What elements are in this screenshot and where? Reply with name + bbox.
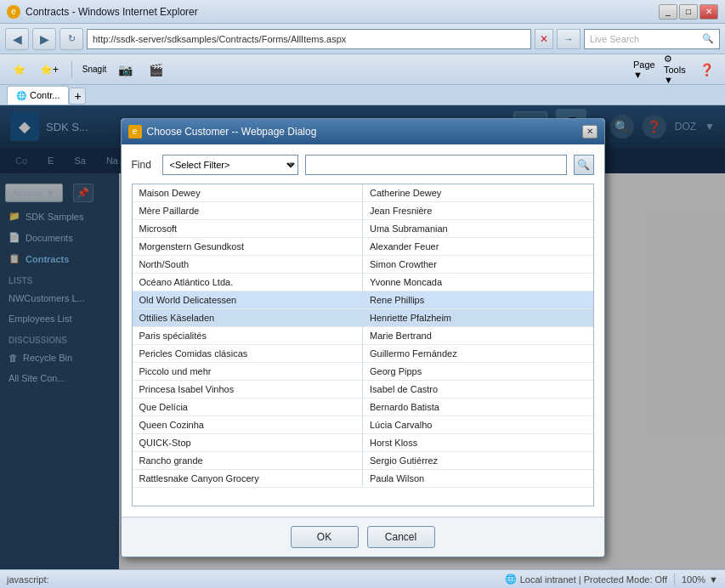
customer-row[interactable]: Piccolo und mehrGeorg Pipps [133, 363, 593, 381]
customer-row[interactable]: Pericles Comidas clásicasGuillermo Ferná… [133, 345, 593, 363]
customer-contact-cell: Uma Subramanian [363, 220, 593, 237]
browser-title: Contracts - Windows Internet Explorer [25, 6, 654, 18]
zoom-arrow: ▼ [709, 574, 718, 585]
customer-company-cell: Océano Atlántico Ltda. [133, 274, 364, 291]
customer-contact-cell: Georg Pipps [363, 363, 593, 380]
customer-company-cell: QUICK-Stop [133, 434, 364, 451]
choose-customer-dialog: e Choose Customer -- Webpage Dialog ✕ Fi… [121, 118, 605, 557]
customer-contact-cell: Bernardo Batista [363, 399, 593, 416]
tab-bar: 🌐 Contr... + [0, 85, 725, 105]
window-controls: _ □ ✕ [659, 4, 718, 20]
customer-company-cell: Pericles Comidas clásicas [133, 345, 364, 362]
customer-company-cell: Queen Cozinha [133, 416, 364, 433]
search-placeholder: Live Search [590, 34, 639, 44]
customer-row[interactable]: Que DelíciaBernardo Batista [133, 399, 593, 416]
browser-toolbar: ⭐ ⭐+ Snagit 📷 🎬 Page ▼ ⚙ Tools ▼ ❓ [0, 54, 725, 85]
browser-titlebar: e Contracts - Windows Internet Explorer … [0, 0, 725, 24]
customer-row[interactable]: Rattlesnake Canyon GroceryPaula Wilson [133, 470, 593, 488]
zone-text: Local intranet | Protected Mode: Off [520, 574, 667, 585]
toolbar-divider [71, 61, 72, 78]
forward-button[interactable]: ▶ [32, 28, 56, 50]
status-divider [674, 574, 675, 585]
minimize-button[interactable]: _ [659, 4, 677, 20]
active-tab[interactable]: 🌐 Contr... [7, 86, 69, 105]
customer-row[interactable]: North/SouthSimon Crowther [133, 256, 593, 274]
customer-contact-cell: Simon Crowther [363, 256, 593, 273]
tab-icon: 🌐 [16, 91, 26, 100]
customer-contact-cell: Marie Bertrand [363, 327, 593, 344]
customer-contact-cell: Catherine Dewey [363, 184, 593, 201]
page-button[interactable]: Page ▼ [633, 58, 657, 82]
status-zone: 🌐 Local intranet | Protected Mode: Off 1… [505, 574, 718, 585]
customer-company-cell: Ottilies Käseladen [133, 309, 364, 326]
back-button[interactable]: ◀ [5, 28, 29, 50]
filter-select[interactable]: <Select Filter> [162, 155, 298, 175]
restore-button[interactable]: □ [679, 4, 698, 20]
customer-company-cell: Maison Dewey [133, 184, 364, 201]
ie-icon: e [7, 5, 20, 19]
snagit-icon2[interactable]: 📷 [113, 58, 137, 82]
browser-navbar: ◀ ▶ ↻ http://ssdk-server/sdksamples/Cont… [0, 24, 725, 54]
browser-statusbar: javascript: 🌐 Local intranet | Protected… [0, 569, 725, 588]
customer-contact-cell: Jean Fresnière [363, 202, 593, 219]
cancel-button[interactable]: Cancel [367, 526, 435, 548]
customer-row[interactable]: MicrosoftUma Subramanian [133, 220, 593, 238]
new-tab-button[interactable]: + [69, 88, 86, 105]
dialog-body: Find <Select Filter> ▼ 🔍 [122, 144, 604, 517]
snagit-button[interactable]: Snagit [82, 58, 106, 82]
customer-company-cell: Piccolo und mehr [133, 363, 364, 380]
customer-company-cell: Rattlesnake Canyon Grocery [133, 470, 364, 487]
customer-company-cell: Rancho grande [133, 452, 364, 469]
dialog-titlebar: e Choose Customer -- Webpage Dialog ✕ [122, 119, 604, 144]
find-input[interactable] [305, 155, 567, 175]
favorites-button[interactable]: ⭐ [7, 58, 31, 82]
customer-row[interactable]: Paris spécialitésMarie Bertrand [133, 327, 593, 345]
customer-company-cell: Princesa Isabel Vinhos [133, 381, 364, 398]
find-search-icon: 🔍 [577, 159, 590, 171]
go-button[interactable]: → [557, 29, 581, 49]
tools-button[interactable]: ⚙ Tools ▼ [664, 58, 688, 82]
customer-company-cell: Old World Delicatessen [133, 291, 364, 308]
snagit-icon3[interactable]: 🎬 [144, 58, 167, 82]
customer-row[interactable]: Ottilies KäseladenHenriette Pfalzheim [133, 309, 593, 327]
customer-contact-cell: Rene Phillips [363, 291, 593, 308]
customer-contact-cell: Sergio Gutiérrez [363, 452, 593, 469]
customer-contact-cell: Yvonne Moncada [363, 274, 593, 291]
browser-content: ◆ SDK S... ◀ It 🏷 Tags & Notes 🔍 [0, 105, 725, 569]
ok-button[interactable]: OK [291, 526, 359, 548]
search-bar[interactable]: Live Search 🔍 [584, 29, 720, 49]
customer-row[interactable]: Princesa Isabel VinhosIsabel de Castro [133, 381, 593, 399]
customer-contact-cell: Alexander Feuer [363, 238, 593, 255]
add-favorites-button[interactable]: ⭐+ [37, 58, 61, 82]
zoom-text: 100% [682, 574, 705, 585]
customer-contact-cell: Paula Wilson [363, 470, 593, 487]
tab-label: Contr... [30, 90, 59, 100]
customer-company-cell: Morgenstern Gesundkost [133, 238, 364, 255]
close-button[interactable]: ✕ [700, 4, 718, 20]
customer-contact-cell: Lúcia Carvalho [363, 416, 593, 433]
customer-company-cell: Microsoft [133, 220, 364, 237]
dialog-footer: OK Cancel [122, 517, 604, 557]
customer-list[interactable]: Maison DeweyCatherine DeweyMère Paillard… [132, 184, 594, 506]
help-button[interactable]: ❓ [694, 58, 718, 82]
customer-row[interactable]: QUICK-StopHorst Kloss [133, 434, 593, 452]
dialog-icon: e [128, 125, 142, 139]
stop-button[interactable]: ✕ [535, 29, 553, 49]
dialog-overlay: e Choose Customer -- Webpage Dialog ✕ Fi… [0, 105, 725, 569]
customer-row[interactable]: Old World DelicatessenRene Phillips [133, 291, 593, 309]
filter-select-wrapper: <Select Filter> ▼ [162, 155, 298, 175]
customer-company-cell: North/South [133, 256, 364, 273]
dialog-title: Choose Customer -- Webpage Dialog [147, 126, 582, 138]
customer-row[interactable]: Mère PaillardeJean Fresnière [133, 202, 593, 220]
customer-row[interactable]: Rancho grandeSergio Gutiérrez [133, 452, 593, 470]
customer-row[interactable]: Océano Atlántico Ltda.Yvonne Moncada [133, 274, 593, 291]
reload-button[interactable]: ↻ [59, 28, 83, 50]
snagit-label: Snagit [82, 65, 106, 74]
address-bar[interactable]: http://ssdk-server/sdksamples/Contracts/… [87, 29, 531, 49]
search-icon[interactable]: 🔍 [702, 33, 714, 44]
dialog-close-button[interactable]: ✕ [582, 125, 598, 139]
customer-row[interactable]: Maison DeweyCatherine Dewey [133, 184, 593, 202]
customer-row[interactable]: Morgenstern GesundkostAlexander Feuer [133, 238, 593, 256]
customer-row[interactable]: Queen CozinhaLúcia Carvalho [133, 416, 593, 434]
find-search-button[interactable]: 🔍 [574, 155, 594, 175]
